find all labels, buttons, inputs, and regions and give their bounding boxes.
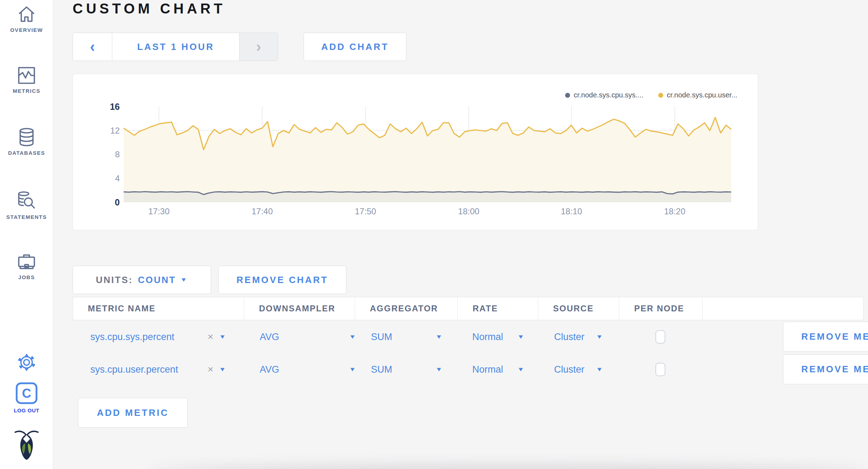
metrics-table-header: METRIC NAME DOWNSAMPLER AGGREGATOR RATE … — [73, 297, 863, 320]
sidebar-item-logout[interactable]: C LOG OUT — [0, 382, 53, 413]
chevron-down-icon: ▼ — [219, 366, 226, 373]
time-range-value[interactable]: LAST 1 HOUR — [112, 33, 239, 61]
chart-plot-area[interactable] — [124, 107, 731, 202]
home-icon — [17, 6, 36, 25]
col-header-actions — [703, 297, 863, 320]
chevron-down-icon: ▼ — [435, 334, 443, 340]
sidebar-item-overview[interactable]: OVERVIEW — [0, 6, 53, 33]
chart-card: cr.node.sys.cpu.sys.... cr.node.sys.cpu.… — [73, 74, 758, 230]
legend-entry-sys[interactable]: cr.node.sys.cpu.sys.... — [565, 91, 643, 99]
per-node-cell — [655, 354, 665, 385]
y-tick-label: 16 — [110, 102, 120, 112]
chevron-down-icon: ▼ — [435, 366, 443, 373]
legend-label-user: cr.node.sys.cpu.user... — [667, 91, 737, 99]
y-tick-label: 4 — [115, 174, 120, 183]
units-label: UNITS: — [96, 275, 133, 286]
legend-dot-user — [658, 93, 663, 98]
col-header-rate: RATE — [458, 297, 538, 320]
time-range-selector: ‹ LAST 1 HOUR › — [73, 33, 278, 61]
clear-icon[interactable]: × — [208, 364, 213, 375]
add-metric-button[interactable]: ADD METRIC — [78, 398, 188, 428]
metric-name-text[interactable]: sys.cpu.sys.percent — [90, 332, 174, 343]
sidebar: OVERVIEW METRICS DATABASES — [0, 0, 53, 469]
rate-value: Normal — [472, 364, 503, 375]
per-node-checkbox[interactable] — [655, 363, 665, 376]
per-node-cell — [655, 321, 665, 353]
chevron-down-icon: ▼ — [596, 366, 603, 373]
legend-dot-sys — [565, 93, 570, 98]
svg-text:C: C — [22, 386, 31, 401]
chart-legend: cr.node.sys.cpu.sys.... cr.node.sys.cpu.… — [565, 91, 737, 99]
col-header-aggregator: AGGREGATOR — [355, 297, 458, 320]
legend-label-sys: cr.node.sys.cpu.sys.... — [574, 91, 643, 99]
jobs-icon — [17, 253, 36, 272]
remove-chart-button[interactable]: REMOVE CHART — [218, 266, 346, 294]
aggregator-value: SUM — [371, 332, 392, 343]
x-tick-label: 18:00 — [458, 207, 479, 216]
sidebar-item-label: DATABASES — [0, 150, 53, 156]
chart-x-axis: 17:3017:4017:5018:0018:1018:20 — [124, 207, 731, 217]
clear-icon[interactable]: × — [208, 331, 213, 343]
aggregator-value: SUM — [371, 364, 392, 375]
downsampler-value: AVG — [260, 364, 279, 375]
source-value: Cluster — [554, 364, 585, 375]
remove-metric-button[interactable]: REMOVE METRIC — [783, 354, 868, 384]
add-chart-button[interactable]: ADD CHART — [304, 33, 406, 61]
sidebar-item-metrics[interactable]: METRICS — [0, 67, 53, 94]
chevron-down-icon: ▼ — [517, 334, 524, 340]
databases-icon — [19, 128, 34, 148]
col-header-downsampler: DOWNSAMPLER — [244, 297, 355, 320]
remove-metric-button[interactable]: REMOVE METRIC — [783, 322, 868, 352]
sidebar-item-settings[interactable] — [0, 354, 53, 373]
sidebar-item-jobs[interactable]: JOBS — [0, 253, 53, 280]
metric-name-value: sys.cpu.sys.percent — [90, 321, 174, 353]
statements-icon — [17, 191, 36, 212]
metric-clear-dropdown[interactable]: × ▼ — [208, 354, 225, 385]
col-header-per-node: PER NODE — [619, 297, 703, 320]
col-header-source: SOURCE — [538, 297, 619, 320]
sidebar-item-label: OVERVIEW — [0, 27, 53, 33]
metrics-icon — [18, 67, 35, 86]
table-row: sys.cpu.sys.percent × ▼ AVG ▼ SUM ▼ Norm… — [73, 321, 863, 353]
units-dropdown[interactable]: UNITS: COUNT ▼ — [73, 266, 211, 294]
logout-label: LOG OUT — [0, 407, 53, 413]
table-row: sys.cpu.user.percent × ▼ AVG ▼ SUM ▼ Nor… — [73, 354, 863, 385]
downsampler-dropdown[interactable]: AVG ▼ — [260, 321, 355, 353]
per-node-checkbox[interactable] — [655, 330, 665, 344]
x-tick-label: 17:40 — [252, 207, 273, 216]
y-tick-label: 8 — [115, 149, 120, 159]
time-prev-button[interactable]: ‹ — [73, 33, 112, 61]
metric-name-value: sys.cpu.user.percent — [90, 354, 178, 385]
gear-icon — [18, 354, 35, 373]
rate-dropdown[interactable]: Normal ▼ — [472, 321, 524, 353]
x-tick-label: 17:30 — [148, 207, 169, 216]
chevron-down-icon: ▼ — [349, 334, 356, 340]
source-dropdown[interactable]: Cluster ▼ — [554, 354, 602, 385]
chart-y-axis: 1612840 — [73, 107, 120, 202]
rate-dropdown[interactable]: Normal ▼ — [472, 354, 524, 385]
chevron-right-icon: › — [256, 39, 261, 54]
x-tick-label: 18:10 — [561, 207, 582, 216]
sidebar-item-label: METRICS — [0, 88, 53, 94]
downsampler-dropdown[interactable]: AVG ▼ — [260, 354, 355, 385]
sidebar-item-label: STATEMENTS — [0, 214, 53, 220]
cockroach-c-icon: C — [15, 382, 38, 406]
rate-value: Normal — [472, 332, 503, 343]
time-next-button[interactable]: › — [239, 33, 278, 61]
metric-clear-dropdown[interactable]: × ▼ — [208, 321, 225, 353]
page-title: CUSTOM CHART — [73, 1, 226, 17]
aggregator-dropdown[interactable]: SUM ▼ — [371, 354, 442, 385]
cockroachdb-bug-logo — [0, 428, 53, 463]
x-tick-label: 18:20 — [664, 207, 685, 216]
metric-name-text[interactable]: sys.cpu.user.percent — [90, 364, 178, 375]
downsampler-value: AVG — [260, 332, 279, 343]
legend-entry-user[interactable]: cr.node.sys.cpu.user... — [658, 91, 737, 99]
chevron-down-icon: ▼ — [219, 334, 226, 340]
aggregator-dropdown[interactable]: SUM ▼ — [371, 321, 442, 353]
source-dropdown[interactable]: Cluster ▼ — [554, 321, 602, 353]
sidebar-item-databases[interactable]: DATABASES — [0, 128, 53, 156]
sidebar-item-statements[interactable]: STATEMENTS — [0, 191, 53, 220]
chevron-left-icon: ‹ — [90, 39, 95, 54]
timeseries-chart — [124, 107, 731, 202]
sidebar-item-label: JOBS — [0, 274, 53, 280]
